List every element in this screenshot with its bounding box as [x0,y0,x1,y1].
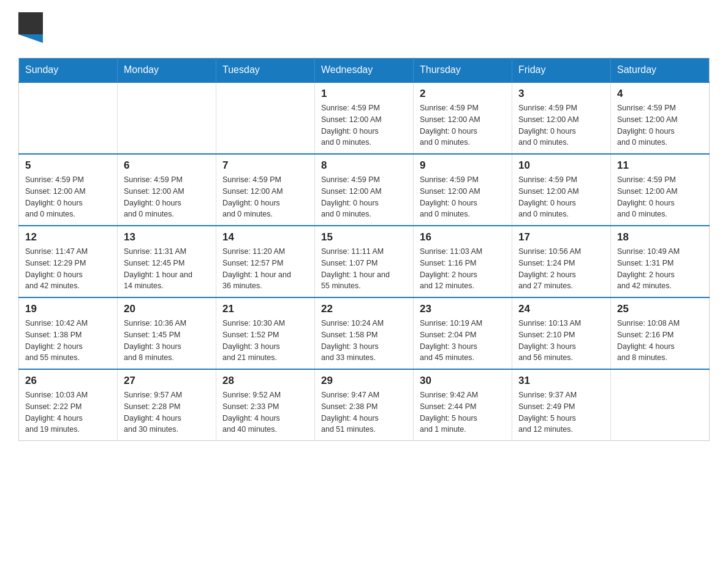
day-number: 3 [518,88,604,100]
day-number: 26 [25,375,111,387]
day-number: 12 [25,231,111,243]
calendar-cell: 21Sunrise: 10:30 AM Sunset: 1:52 PM Dayl… [216,297,315,369]
day-info: Sunrise: 4:59 PM Sunset: 12:00 AM Daylig… [518,174,604,220]
day-info: Sunrise: 9:57 AM Sunset: 2:28 PM Dayligh… [124,389,210,435]
day-number: 4 [617,88,703,100]
day-info: Sunrise: 10:08 AM Sunset: 2:16 PM Daylig… [617,318,703,364]
svg-rect-0 [18,12,43,34]
calendar-cell: 12Sunrise: 11:47 AM Sunset: 12:29 PM Day… [19,226,118,297]
calendar-week-row: 1Sunrise: 4:59 PM Sunset: 12:00 AM Dayli… [19,82,710,154]
day-info: Sunrise: 11:47 AM Sunset: 12:29 PM Dayli… [25,246,111,292]
calendar-table: SundayMondayTuesdayWednesdayThursdayFrid… [18,58,710,441]
calendar-week-row: 19Sunrise: 10:42 AM Sunset: 1:38 PM Dayl… [19,297,710,369]
page-header [18,12,710,45]
day-number: 5 [25,159,111,172]
calendar-header: SundayMondayTuesdayWednesdayThursdayFrid… [19,58,710,83]
day-number: 2 [420,88,506,100]
day-number: 21 [222,303,308,315]
day-info: Sunrise: 9:37 AM Sunset: 2:49 PM Dayligh… [518,389,604,435]
day-number: 7 [222,159,308,172]
day-info: Sunrise: 4:59 PM Sunset: 12:00 AM Daylig… [222,174,308,220]
calendar-cell: 31Sunrise: 9:37 AM Sunset: 2:49 PM Dayli… [512,369,611,441]
day-info: Sunrise: 10:24 AM Sunset: 1:58 PM Daylig… [321,318,407,364]
day-number: 24 [518,303,604,315]
calendar-cell: 4Sunrise: 4:59 PM Sunset: 12:00 AM Dayli… [611,82,710,154]
logo [18,12,45,45]
calendar-cell [611,369,710,441]
calendar-cell: 24Sunrise: 10:13 AM Sunset: 2:10 PM Dayl… [512,297,611,369]
day-info: Sunrise: 10:56 AM Sunset: 1:24 PM Daylig… [518,246,604,292]
calendar-cell: 19Sunrise: 10:42 AM Sunset: 1:38 PM Dayl… [19,297,118,369]
day-info: Sunrise: 11:20 AM Sunset: 12:57 PM Dayli… [222,246,308,292]
day-number: 10 [518,159,604,172]
calendar-cell: 13Sunrise: 11:31 AM Sunset: 12:45 PM Day… [118,226,216,297]
day-number: 8 [321,159,407,172]
calendar-cell: 10Sunrise: 4:59 PM Sunset: 12:00 AM Dayl… [512,154,611,226]
day-number: 30 [420,375,506,387]
svg-marker-1 [18,34,43,43]
day-info: Sunrise: 4:59 PM Sunset: 12:00 AM Daylig… [25,174,111,220]
day-number: 1 [321,88,407,100]
day-info: Sunrise: 10:36 AM Sunset: 1:45 PM Daylig… [124,318,210,364]
header-monday: Monday [118,58,216,83]
day-number: 13 [124,231,210,243]
day-info: Sunrise: 11:31 AM Sunset: 12:45 PM Dayli… [124,246,210,292]
header-sunday: Sunday [19,58,118,83]
day-info: Sunrise: 9:47 AM Sunset: 2:38 PM Dayligh… [321,389,407,435]
day-info: Sunrise: 4:59 PM Sunset: 12:00 AM Daylig… [617,174,703,220]
calendar-week-row: 12Sunrise: 11:47 AM Sunset: 12:29 PM Day… [19,226,710,297]
header-row: SundayMondayTuesdayWednesdayThursdayFrid… [19,58,710,83]
calendar-week-row: 5Sunrise: 4:59 PM Sunset: 12:00 AM Dayli… [19,154,710,226]
day-info: Sunrise: 4:59 PM Sunset: 12:00 AM Daylig… [124,174,210,220]
day-number: 9 [420,159,506,172]
calendar-cell: 15Sunrise: 11:11 AM Sunset: 1:07 PM Dayl… [315,226,414,297]
day-number: 29 [321,375,407,387]
calendar-week-row: 26Sunrise: 10:03 AM Sunset: 2:22 PM Dayl… [19,369,710,441]
day-info: Sunrise: 10:42 AM Sunset: 1:38 PM Daylig… [25,318,111,364]
calendar-cell: 3Sunrise: 4:59 PM Sunset: 12:00 AM Dayli… [512,82,611,154]
day-number: 17 [518,231,604,243]
calendar-cell: 11Sunrise: 4:59 PM Sunset: 12:00 AM Dayl… [611,154,710,226]
calendar-cell: 2Sunrise: 4:59 PM Sunset: 12:00 AM Dayli… [414,82,512,154]
header-friday: Friday [512,58,611,83]
calendar-cell: 5Sunrise: 4:59 PM Sunset: 12:00 AM Dayli… [19,154,118,226]
day-info: Sunrise: 4:59 PM Sunset: 12:00 AM Daylig… [617,102,703,148]
day-info: Sunrise: 4:59 PM Sunset: 12:00 AM Daylig… [420,174,506,220]
day-number: 23 [420,303,506,315]
day-number: 19 [25,303,111,315]
calendar-cell: 6Sunrise: 4:59 PM Sunset: 12:00 AM Dayli… [118,154,216,226]
calendar-body: 1Sunrise: 4:59 PM Sunset: 12:00 AM Dayli… [19,82,710,441]
calendar-cell: 7Sunrise: 4:59 PM Sunset: 12:00 AM Dayli… [216,154,315,226]
day-info: Sunrise: 10:49 AM Sunset: 1:31 PM Daylig… [617,246,703,292]
day-number: 27 [124,375,210,387]
header-thursday: Thursday [414,58,512,83]
day-info: Sunrise: 9:52 AM Sunset: 2:33 PM Dayligh… [222,389,308,435]
calendar-cell: 27Sunrise: 9:57 AM Sunset: 2:28 PM Dayli… [118,369,216,441]
day-number: 20 [124,303,210,315]
calendar-cell: 16Sunrise: 11:03 AM Sunset: 1:16 PM Dayl… [414,226,512,297]
header-wednesday: Wednesday [315,58,414,83]
header-saturday: Saturday [611,58,710,83]
calendar-cell: 18Sunrise: 10:49 AM Sunset: 1:31 PM Dayl… [611,226,710,297]
day-info: Sunrise: 9:42 AM Sunset: 2:44 PM Dayligh… [420,389,506,435]
calendar-cell: 17Sunrise: 10:56 AM Sunset: 1:24 PM Dayl… [512,226,611,297]
day-info: Sunrise: 10:13 AM Sunset: 2:10 PM Daylig… [518,318,604,364]
day-number: 25 [617,303,703,315]
day-info: Sunrise: 11:11 AM Sunset: 1:07 PM Daylig… [321,246,407,292]
day-info: Sunrise: 10:19 AM Sunset: 2:04 PM Daylig… [420,318,506,364]
day-info: Sunrise: 4:59 PM Sunset: 12:00 AM Daylig… [321,174,407,220]
calendar-cell: 20Sunrise: 10:36 AM Sunset: 1:45 PM Dayl… [118,297,216,369]
day-number: 14 [222,231,308,243]
calendar-cell: 30Sunrise: 9:42 AM Sunset: 2:44 PM Dayli… [414,369,512,441]
day-info: Sunrise: 11:03 AM Sunset: 1:16 PM Daylig… [420,246,506,292]
calendar-cell: 29Sunrise: 9:47 AM Sunset: 2:38 PM Dayli… [315,369,414,441]
calendar-cell [118,82,216,154]
day-info: Sunrise: 4:59 PM Sunset: 12:00 AM Daylig… [518,102,604,148]
day-number: 15 [321,231,407,243]
day-info: Sunrise: 4:59 PM Sunset: 12:00 AM Daylig… [321,102,407,148]
calendar-cell: 14Sunrise: 11:20 AM Sunset: 12:57 PM Day… [216,226,315,297]
calendar-cell: 25Sunrise: 10:08 AM Sunset: 2:16 PM Dayl… [611,297,710,369]
day-number: 22 [321,303,407,315]
day-number: 11 [617,159,703,172]
calendar-cell: 1Sunrise: 4:59 PM Sunset: 12:00 AM Dayli… [315,82,414,154]
